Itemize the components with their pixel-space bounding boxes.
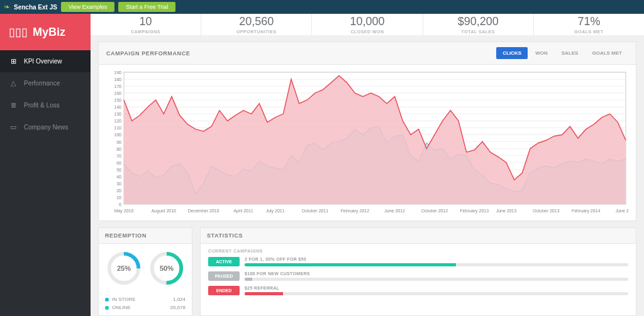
nav-label: Profit & Loss [24, 102, 60, 109]
sencha-leaf-icon: ❧ [4, 3, 10, 11]
kpi-campaigns: 10CAMPAIGNS [91, 14, 201, 35]
svg-text:0: 0 [119, 202, 121, 207]
kpi-opportunities: 20,560OPPORTUNITIES [201, 14, 312, 35]
status-badge: ACTIVE [208, 257, 240, 266]
chart-tabs: CLICKSWONSALESGOALS MET [496, 47, 628, 59]
svg-text:July 2011: July 2011 [266, 209, 285, 214]
progress-bar [245, 263, 628, 266]
legend-row: ONLINE20,678 [105, 305, 186, 310]
view-examples-button[interactable]: View Examples [61, 2, 114, 12]
svg-text:90: 90 [116, 140, 121, 144]
svg-text:130: 130 [114, 112, 121, 116]
redemption-legend: IN STORE1,024ONLINE20,678 [99, 290, 192, 315]
status-badge: PAUSED [208, 271, 240, 281]
svg-text:80: 80 [116, 147, 121, 151]
campaign-row: PAUSED$100 FOR NEW CUSTOMERS [208, 271, 628, 281]
svg-text:February 2013: February 2013 [460, 209, 489, 214]
svg-text:February 2014: February 2014 [572, 209, 601, 214]
legend-row: IN STORE1,024 [105, 297, 186, 302]
nav-label: Performance [24, 80, 60, 87]
svg-text:100: 100 [114, 133, 121, 137]
svg-text:150: 150 [114, 98, 121, 102]
kpi-row: 10CAMPAIGNS20,560OPPORTUNITIES10,000CLOS… [91, 14, 644, 35]
sidebar-item-kpi-overview[interactable]: ⊞KPI Overview [0, 50, 91, 72]
kpi-value: 10 [140, 15, 152, 28]
svg-text:May 2010: May 2010 [114, 209, 134, 214]
donuts: 25%50% [99, 244, 192, 290]
svg-text:120: 120 [114, 119, 121, 123]
svg-text:140: 140 [114, 105, 121, 109]
kpi-value: 10,000 [350, 15, 384, 28]
campaign-row: ACTIVE2 FOR 1, 30% OFF FOR $50 [208, 257, 628, 266]
svg-text:30: 30 [116, 182, 121, 186]
start-trial-button[interactable]: Start a Free Trial [118, 2, 175, 12]
svg-text:February 2012: February 2012 [341, 209, 370, 214]
svg-text:40: 40 [116, 175, 121, 179]
kpi-goals-met: 71%GOALS MET [534, 14, 644, 35]
brand-text: MyBiz [33, 26, 65, 39]
nav-label: KPI Overview [24, 58, 62, 65]
kpi-closed-won: 10,000CLOSED WON [312, 14, 423, 35]
statistics-title: STATISTICS [201, 228, 636, 244]
campaign-label: $25 REFERRAL [245, 286, 628, 290]
sidebar: ▯▯▯ MyBiz ⊞KPI Overview△Performance≣Prof… [0, 14, 91, 316]
nav-icon: ⊞ [9, 57, 18, 65]
kpi-total-sales: $90,200TOTAL SALES [423, 14, 534, 35]
svg-text:August 2010: August 2010 [152, 209, 176, 214]
svg-text:20: 20 [116, 188, 121, 193]
performance-title: CAMPAIGN PERFORMANCE [106, 50, 190, 57]
kpi-value: 20,560 [239, 15, 274, 28]
kpi-value: 71% [577, 15, 600, 28]
campaign-list: ACTIVE2 FOR 1, 30% OFF FOR $50PAUSED$100… [208, 257, 628, 295]
svg-text:June 2013: June 2013 [496, 209, 517, 213]
performance-panel: CAMPAIGN PERFORMANCE CLICKSWONSALESGOALS… [98, 41, 636, 221]
svg-text:June 2012: June 2012 [384, 209, 405, 213]
sidebar-item-company-news[interactable]: ▭Company News [0, 116, 91, 138]
tab-clicks[interactable]: CLICKS [496, 47, 528, 59]
campaign-label: 2 FOR 1, 30% OFF FOR $50 [245, 257, 628, 261]
svg-text:50: 50 [116, 168, 121, 172]
svg-text:December 2010: December 2010 [188, 209, 219, 213]
svg-text:60: 60 [116, 161, 121, 165]
kpi-label: OPPORTUNITIES [236, 30, 277, 34]
svg-text:October 2012: October 2012 [421, 209, 448, 213]
brand-bar-icon: ▯▯▯ [9, 25, 28, 39]
content: 10CAMPAIGNS20,560OPPORTUNITIES10,000CLOS… [91, 14, 644, 316]
campaign-label: $100 FOR NEW CUSTOMERS [245, 271, 628, 276]
brand: ▯▯▯ MyBiz [0, 14, 91, 50]
progress-bar [245, 292, 628, 295]
redemption-title: REDEMPTION [99, 228, 192, 244]
statistics-subtitle: CURRENT CAMPAIGNS [208, 249, 628, 253]
svg-text:170: 170 [114, 84, 121, 89]
topbar: ❧ Sencha Ext JS View Examples Start a Fr… [0, 0, 644, 14]
nav-label: Company News [24, 124, 69, 131]
kpi-value: $90,200 [458, 15, 499, 28]
svg-text:April 2011: April 2011 [233, 209, 253, 214]
svg-text:180: 180 [114, 77, 121, 82]
donut-25: 25% [106, 250, 142, 286]
kpi-label: CAMPAIGNS [131, 30, 160, 34]
svg-text:June 2014: June 2014 [616, 209, 628, 213]
status-badge: ENDED [208, 286, 240, 295]
svg-text:October 2013: October 2013 [533, 209, 560, 213]
tab-sales[interactable]: SALES [555, 47, 585, 59]
performance-chart: 0102030405060708090100110120130140150160… [106, 70, 628, 214]
kpi-label: GOALS MET [574, 30, 603, 34]
progress-bar [245, 278, 628, 281]
sidebar-item-profit-loss[interactable]: ≣Profit & Loss [0, 94, 91, 116]
sidebar-item-performance[interactable]: △Performance [0, 72, 91, 94]
svg-text:160: 160 [114, 91, 121, 95]
redemption-card: REDEMPTION 25%50% IN STORE1,024ONLINE20,… [98, 227, 192, 316]
svg-text:70: 70 [116, 154, 121, 158]
nav-icon: ≣ [9, 101, 18, 109]
chart-area: 0102030405060708090100110120130140150160… [99, 65, 636, 221]
tab-won[interactable]: WON [529, 47, 554, 59]
campaign-row: ENDED$25 REFERRAL [208, 286, 628, 295]
product-name: Sencha Ext JS [14, 4, 57, 11]
tab-goals-met[interactable]: GOALS MET [586, 47, 628, 59]
kpi-label: CLOSED WON [350, 30, 384, 34]
svg-text:190: 190 [114, 70, 121, 75]
donut-50: 50% [148, 250, 185, 286]
nav: ⊞KPI Overview△Performance≣Profit & Loss▭… [0, 50, 91, 138]
svg-text:October 2011: October 2011 [302, 209, 329, 213]
